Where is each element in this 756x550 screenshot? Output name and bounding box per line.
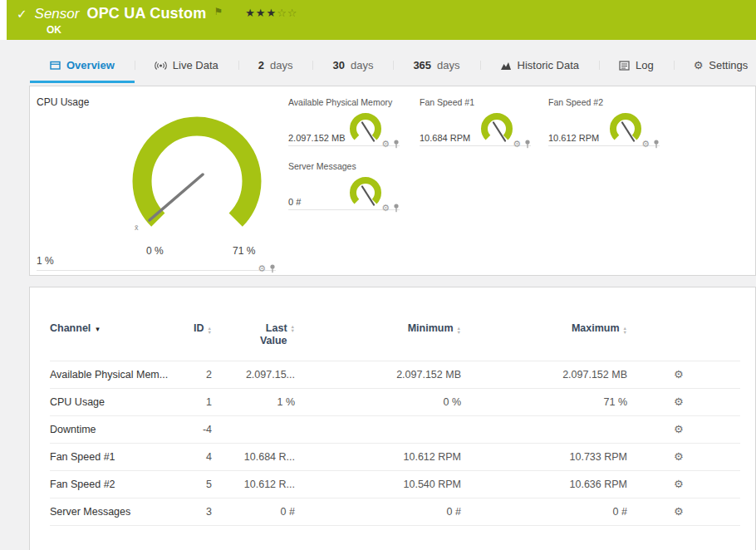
tab-live-data[interactable]: Live Data xyxy=(135,52,238,83)
tab-2-days[interactable]: 2 days xyxy=(238,52,313,83)
cpu-gauge-scale-min: 0 % xyxy=(146,245,164,257)
sort-icon[interactable]: ▲▼ xyxy=(623,327,627,334)
memory-gauge-title: Available Physical Memory xyxy=(288,97,400,107)
gauge-settings-gear-icon[interactable]: ⚙ xyxy=(641,140,650,149)
channel-maximum-cell xyxy=(461,416,627,444)
channel-minimum-cell: 0 # xyxy=(295,498,461,526)
tab-log[interactable]: Log xyxy=(599,52,674,83)
tab-30-days-number: 30 xyxy=(332,59,344,71)
column-header-id[interactable]: ID▲▼ xyxy=(187,319,212,361)
fan2-gauge-title: Fan Speed #2 xyxy=(548,97,660,107)
channel-last-value-cell: 1 % xyxy=(212,389,295,416)
server-messages-gauge-tile: Server Messages 0 # ⚙ xyxy=(288,161,400,210)
channel-last-value-cell xyxy=(212,416,295,444)
pin-icon[interactable] xyxy=(653,140,660,149)
memory-gauge xyxy=(346,109,385,145)
channel-id-cell: 5 xyxy=(187,471,212,498)
channel-id-cell: 2 xyxy=(187,361,212,389)
fan2-gauge-tile: Fan Speed #2 10.612 RPM ⚙ xyxy=(548,97,660,146)
tab-historic-data[interactable]: Historic Data xyxy=(480,52,599,83)
table-header-row: Channel▾ ID▲▼ Last Value▲▼ Minimum▲▼ Max… xyxy=(50,319,740,361)
fan2-gauge xyxy=(606,109,645,145)
channel-maximum-cell: 10.733 RPM xyxy=(461,444,627,471)
channel-last-value-cell: 0 # xyxy=(212,498,295,526)
column-header-maximum[interactable]: Maximum▲▼ xyxy=(461,319,627,361)
tab-30-days-unit: days xyxy=(351,59,373,71)
channel-settings-gear-icon[interactable]: ⚙ xyxy=(674,423,684,435)
cpu-gauge-title: CPU Usage xyxy=(37,96,276,108)
channel-name-cell: Available Physical Mem... xyxy=(50,361,187,389)
tab-overview[interactable]: Overview xyxy=(30,52,135,83)
channel-id-cell: 4 xyxy=(187,444,212,471)
channels-table: Channel▾ ID▲▼ Last Value▲▼ Minimum▲▼ Max… xyxy=(50,319,740,526)
gauge-settings-gear-icon[interactable]: ⚙ xyxy=(381,140,390,149)
gauge-settings-gear-icon[interactable]: ⚙ xyxy=(381,204,390,213)
table-row: Fan Speed #2 5 10.612 R... 10.540 RPM 10… xyxy=(50,471,740,498)
channel-id-cell: 3 xyxy=(187,498,212,526)
sort-icon[interactable]: ▲▼ xyxy=(208,327,212,334)
pin-icon[interactable] xyxy=(393,140,400,149)
column-header-channel[interactable]: Channel▾ xyxy=(50,319,187,361)
channel-settings-gear-icon[interactable]: ⚙ xyxy=(674,395,684,408)
server-messages-gauge-value: 0 # xyxy=(288,197,301,207)
log-list-icon xyxy=(619,61,630,71)
sort-icon[interactable]: ▲▼ xyxy=(291,325,295,332)
table-row: Downtime -4 ⚙ xyxy=(50,416,740,444)
tab-365-days-unit: days xyxy=(437,59,459,71)
sensor-header: ✓ Sensor OPC UA Custom ⚑ ★★★☆☆ OK xyxy=(0,0,756,40)
status-check-icon: ✓ xyxy=(17,7,27,22)
stars-filled[interactable]: ★★★ xyxy=(245,7,277,19)
sensor-header-green-bar: ✓ Sensor OPC UA Custom ⚑ ★★★☆☆ OK xyxy=(7,0,756,40)
cpu-gauge-value: 1 % xyxy=(37,255,54,267)
cpu-gauge-scale-max: 71 % xyxy=(233,245,255,257)
channel-settings-gear-icon[interactable]: ⚙ xyxy=(674,505,684,518)
channel-maximum-cell: 71 % xyxy=(461,389,627,416)
channel-settings-gear-icon[interactable]: ⚙ xyxy=(674,450,684,463)
channel-minimum-cell: 0 % xyxy=(295,389,461,416)
sensor-title: OPC UA Custom xyxy=(86,5,206,22)
channel-name-cell: Fan Speed #1 xyxy=(50,444,187,471)
table-row: CPU Usage 1 1 % 0 % 71 % ⚙ xyxy=(50,389,740,416)
last-value-header-label: Last Value xyxy=(249,322,287,347)
channel-header-label: Channel xyxy=(50,322,91,334)
channel-settings-gear-icon[interactable]: ⚙ xyxy=(674,368,684,381)
channel-minimum-cell xyxy=(295,416,461,444)
channel-minimum-cell: 2.097.152 MB xyxy=(295,361,461,389)
cpu-gauge-average-marker: x̄ xyxy=(135,223,139,232)
column-header-actions xyxy=(627,319,740,361)
column-header-last-value[interactable]: Last Value▲▼ xyxy=(212,319,295,361)
channel-minimum-cell: 10.612 RPM xyxy=(295,444,461,471)
tab-log-label: Log xyxy=(636,59,654,71)
tab-30-days[interactable]: 30 days xyxy=(312,52,393,83)
gauges-panel: CPU Usage x̄ 0 % 71 % 1 % ⚙ Available Ph… xyxy=(29,86,756,276)
tab-365-days[interactable]: 365 days xyxy=(393,52,479,83)
cpu-usage-gauge-tile: CPU Usage x̄ 0 % 71 % 1 % ⚙ xyxy=(37,96,276,271)
tab-settings[interactable]: ⚙ Settings xyxy=(674,52,756,83)
chevron-down-icon[interactable]: ▾ xyxy=(96,325,100,333)
memory-gauge-value: 2.097.152 MB xyxy=(288,133,346,143)
tab-settings-label: Settings xyxy=(709,59,748,71)
channel-last-value-cell: 10.684 R... xyxy=(212,444,295,471)
channel-name-cell: Fan Speed #2 xyxy=(50,471,187,498)
channel-maximum-cell: 10.636 RPM xyxy=(461,471,627,498)
priority-flag-icon[interactable]: ⚑ xyxy=(214,6,223,17)
sort-icon[interactable]: ▲▼ xyxy=(457,327,461,334)
column-header-minimum[interactable]: Minimum▲▼ xyxy=(295,319,461,361)
tab-live-data-label: Live Data xyxy=(173,59,218,71)
historic-chart-icon xyxy=(500,61,512,71)
gauge-settings-gear-icon[interactable]: ⚙ xyxy=(513,140,521,149)
priority-stars[interactable]: ★★★☆☆ xyxy=(245,7,297,19)
channel-name-cell: Downtime xyxy=(50,416,187,444)
table-row: Available Physical Mem... 2 2.097.15... … xyxy=(50,361,740,389)
fan1-gauge-tile: Fan Speed #1 10.684 RPM ⚙ xyxy=(420,97,531,146)
pin-icon[interactable] xyxy=(269,264,276,273)
stars-empty[interactable]: ☆☆ xyxy=(277,7,297,19)
server-messages-gauge-title: Server Messages xyxy=(288,161,400,171)
pin-icon[interactable] xyxy=(393,204,400,213)
gauge-settings-gear-icon[interactable]: ⚙ xyxy=(258,264,266,273)
server-messages-gauge xyxy=(346,173,385,209)
channel-settings-gear-icon[interactable]: ⚙ xyxy=(674,478,684,490)
fan1-gauge-value: 10.684 RPM xyxy=(420,133,470,143)
pin-icon[interactable] xyxy=(524,140,531,149)
table-row: Server Messages 3 0 # 0 # 0 # ⚙ xyxy=(50,498,740,526)
